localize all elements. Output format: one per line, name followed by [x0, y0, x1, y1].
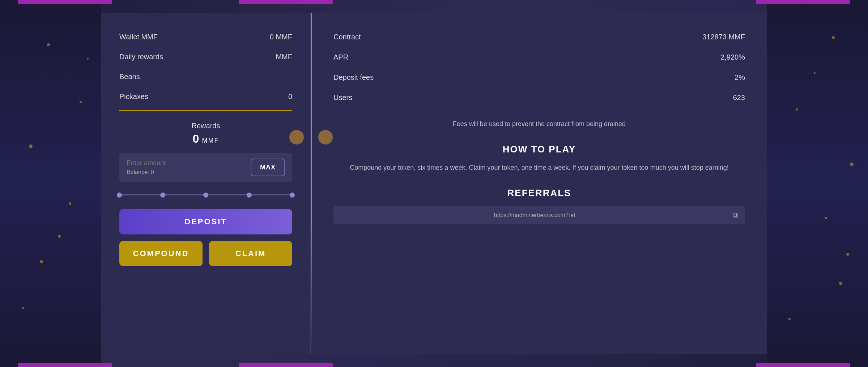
- slider-dot-25[interactable]: [160, 193, 165, 198]
- referrals-title: REFERRALS: [333, 187, 745, 199]
- users-row: Users 623: [333, 88, 745, 108]
- deposit-fees-value: 2%: [735, 73, 745, 82]
- scatter-dot-12: [839, 282, 842, 285]
- scatter-dot-5: [22, 307, 24, 309]
- slider-dot-75[interactable]: [247, 193, 252, 198]
- how-to-play-title: HOW TO PLAY: [333, 144, 745, 155]
- scatter-dot-6: [87, 58, 89, 60]
- scatter-dot-3: [69, 202, 71, 205]
- deposit-button[interactable]: DEPOSIT: [119, 209, 292, 234]
- accent-top-right: [756, 0, 850, 4]
- scatter-dot-17: [318, 130, 333, 144]
- accent-bottom-left: [18, 363, 112, 367]
- how-to-play-section: HOW TO PLAY Compound your token, six tim…: [333, 144, 745, 173]
- input-left: Balance: 0: [127, 159, 251, 176]
- scatter-dot-13: [788, 318, 791, 320]
- scatter-dot-8: [832, 36, 835, 39]
- contract-label: Contract: [333, 33, 361, 41]
- copy-icon[interactable]: ⧉: [733, 211, 738, 219]
- scatter-dot-7: [58, 235, 61, 238]
- scatter-dot-14: [814, 72, 816, 74]
- main-content: Wallet MMF 0 MMF Daily rewards MMF Beans…: [101, 13, 767, 354]
- amount-input[interactable]: [127, 159, 251, 167]
- referral-url-bar: https://madminerbeans.com?ref ⧉: [333, 206, 745, 224]
- divider-line: [119, 110, 292, 111]
- pickaxes-row: Pickaxes 0: [119, 87, 292, 107]
- deposit-fees-row: Deposit fees 2%: [333, 68, 745, 88]
- scatter-dot-9: [796, 108, 798, 111]
- claim-button[interactable]: CLAIM: [209, 241, 292, 266]
- pickaxes-value: 0: [288, 92, 292, 101]
- slider-track: [119, 194, 292, 195]
- side-bar-right: [767, 0, 868, 367]
- slider-dot-100[interactable]: [290, 193, 295, 198]
- daily-rewards-value: MMF: [276, 53, 292, 61]
- daily-rewards-label: Daily rewards: [119, 53, 163, 61]
- compound-button[interactable]: COMPOUND: [119, 241, 203, 266]
- wallet-mmf-value: 0 MMF: [270, 33, 292, 41]
- daily-rewards-row: Daily rewards MMF: [119, 47, 292, 67]
- beans-row: Beans: [119, 67, 292, 87]
- balance-text: Balance: 0: [127, 169, 251, 176]
- referrals-section: REFERRALS https://madminerbeans.com?ref …: [333, 187, 745, 224]
- scatter-dot-2: [29, 144, 33, 148]
- scatter-dot-11: [825, 217, 827, 219]
- pickaxes-label: Pickaxes: [119, 92, 148, 101]
- how-to-play-text: Compound your token, six times a week. C…: [333, 162, 745, 173]
- rewards-value: 0 MMF: [119, 132, 292, 146]
- apr-row: APR 2,920%: [333, 47, 745, 68]
- wallet-mmf-row: Wallet MMF 0 MMF: [119, 27, 292, 47]
- accent-top-center: [239, 0, 333, 4]
- apr-value: 2,920%: [720, 53, 745, 61]
- accent-bottom-right: [756, 363, 850, 367]
- rewards-label: Rewards: [119, 122, 292, 130]
- slider-dot-0[interactable]: [117, 193, 122, 198]
- deposit-fees-label: Deposit fees: [333, 73, 374, 82]
- side-bar-left: [0, 0, 101, 367]
- referral-url-text: https://madminerbeans.com?ref: [341, 212, 728, 219]
- left-panel: Wallet MMF 0 MMF Daily rewards MMF Beans…: [101, 13, 311, 354]
- scatter-dot-1: [80, 101, 82, 103]
- apr-label: APR: [333, 53, 348, 61]
- deposit-input-container: Balance: 0 MAX: [119, 153, 292, 182]
- wallet-mmf-label: Wallet MMF: [119, 33, 158, 41]
- users-label: Users: [333, 94, 352, 102]
- scatter-dot-16: [289, 130, 304, 144]
- right-panel: Contract 312873 MMF APR 2,920% Deposit f…: [312, 13, 767, 354]
- slider-container[interactable]: [119, 191, 292, 199]
- rewards-section: Rewards 0 MMF: [119, 122, 292, 146]
- users-value: 623: [733, 94, 745, 102]
- accent-top-left: [18, 0, 112, 4]
- action-buttons: COMPOUND CLAIM: [119, 241, 292, 266]
- contract-row: Contract 312873 MMF: [333, 27, 745, 47]
- contract-value: 312873 MMF: [702, 33, 745, 41]
- rewards-unit: MMF: [202, 137, 219, 144]
- scatter-dot-0: [47, 43, 50, 46]
- fee-notice: Fees will be used to prevent the contrac…: [333, 119, 745, 129]
- slider-dot-50[interactable]: [203, 193, 208, 198]
- rewards-number: 0: [193, 132, 199, 146]
- accent-bottom-center: [239, 363, 333, 367]
- scatter-dot-15: [846, 253, 849, 256]
- scatter-dot-4: [40, 260, 43, 263]
- max-button[interactable]: MAX: [251, 159, 285, 176]
- scatter-dot-10: [850, 163, 854, 166]
- beans-label: Beans: [119, 73, 140, 81]
